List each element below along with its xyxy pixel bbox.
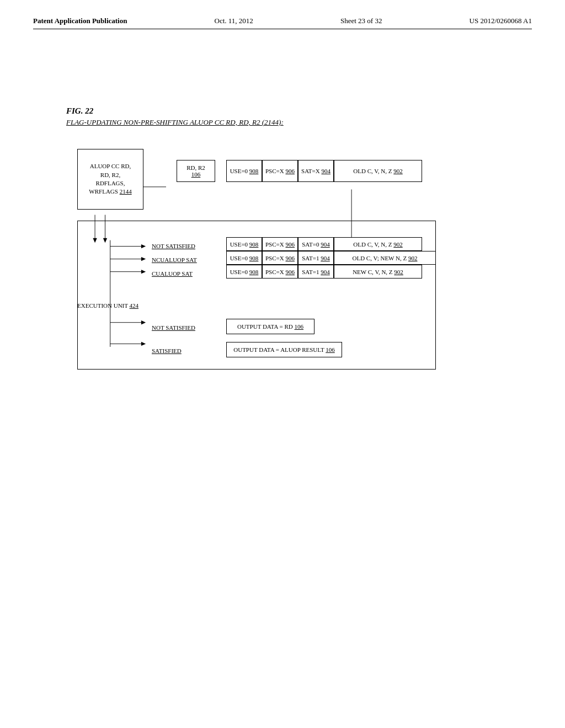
figure-subtitle: FLAG-UPDATING NON-PRE-SHIFTING ALUOP CC … (66, 118, 532, 127)
r3-sat1-ref: 904 (321, 269, 330, 275)
top-oldc-ref: 902 (393, 168, 403, 174)
r3-pscx-ref: 906 (285, 269, 295, 275)
header-sheet: Sheet 23 of 32 (340, 17, 382, 25)
exec-unit-ref: 424 (130, 302, 139, 309)
header-date: Oct. 11, 2012 (215, 17, 253, 25)
main-box-ref: 2144 (120, 188, 132, 195)
r2-pscx-box: PSC=X 906 (262, 251, 298, 265)
rd-r2-box: RD, R2106 (177, 160, 215, 182)
bottom-satisfied-label: SATISFIED (152, 347, 182, 354)
execution-unit-label: EXECUTION UNIT 424 (77, 302, 138, 309)
r1-use0-box: USE=0 908 (226, 237, 262, 251)
row1-condition-label: NOT SATISFIED (152, 243, 195, 249)
r3-newc-box: NEW C, V, N, Z 902 (334, 265, 422, 279)
r1-pscx-box: PSC=X 906 (262, 237, 298, 251)
output-aluop-ref: 106 (326, 346, 335, 353)
bottom-not-satisfied-label: NOT SATISFIED (152, 324, 195, 331)
r1-use0-ref: 908 (249, 241, 259, 248)
diagram-container: ALUOP CC RD,RD, R2,RDFLAGS,WRFLAGS 2144 … (44, 149, 532, 403)
output-rd-ref: 106 (295, 323, 304, 330)
top-satx-box: SAT=X 904 (298, 160, 334, 182)
main-box-text: ALUOP CC RD,RD, R2,RDFLAGS,WRFLAGS 2144 (89, 163, 131, 195)
top-pscx-box: PSC=X 906 (262, 160, 298, 182)
header-publication: Patent Application Publication (33, 17, 127, 25)
top-use0-box: USE=0 908 (226, 160, 262, 182)
top-oldc-box: OLD C, V, N, Z 902 (334, 160, 422, 182)
r2-oldc-ref: 902 (408, 255, 418, 261)
r3-newc-ref: 902 (394, 269, 403, 275)
rd-r2-ref: 106 (191, 171, 201, 178)
top-use0-ref: 908 (249, 168, 259, 174)
row3-condition-label: CUALUOP SAT (152, 270, 193, 277)
r3-use0-box: USE=0 908 (226, 265, 262, 279)
page: Patent Application Publication Oct. 11, … (0, 0, 565, 728)
r2-oldc-box: OLD C, V; NEW N, Z 902 (334, 251, 436, 265)
r3-sat1-box: SAT=1 904 (298, 265, 334, 279)
r1-oldc-ref: 902 (393, 241, 403, 248)
r3-pscx-box: PSC=X 906 (262, 265, 298, 279)
output-rd-box: OUTPUT DATA = RD 106 (226, 319, 315, 334)
r1-sat0-box: SAT=0 904 (298, 237, 334, 251)
r2-pscx-ref: 906 (285, 255, 295, 261)
r2-sat1-ref: 904 (321, 255, 330, 261)
r3-use0-ref: 908 (249, 269, 259, 275)
r1-sat0-ref: 904 (321, 241, 330, 248)
r2-sat1-box: SAT=1 904 (298, 251, 334, 265)
top-pscx-ref: 906 (285, 168, 295, 174)
page-header: Patent Application Publication Oct. 11, … (33, 17, 532, 29)
rd-r2-text: RD, R2106 (186, 164, 205, 178)
figure-label: FIG. 22 (66, 106, 532, 116)
r2-use0-ref: 908 (249, 255, 259, 261)
main-instruction-box: ALUOP CC RD,RD, R2,RDFLAGS,WRFLAGS 2144 (77, 149, 143, 210)
r1-oldc-box: OLD C, V, N, Z 902 (334, 237, 422, 251)
r2-use0-box: USE=0 908 (226, 251, 262, 265)
figure-title: FIG. 22 FLAG-UPDATING NON-PRE-SHIFTING A… (66, 106, 532, 127)
header-patent: US 2012/0260068 A1 (470, 17, 532, 25)
r1-pscx-ref: 906 (285, 241, 295, 248)
row2-condition-label: NCUALUOP SAT (152, 256, 197, 263)
output-aluop-box: OUTPUT DATA = ALUOP RESULT 106 (226, 342, 342, 357)
top-satx-ref: 904 (321, 168, 331, 174)
